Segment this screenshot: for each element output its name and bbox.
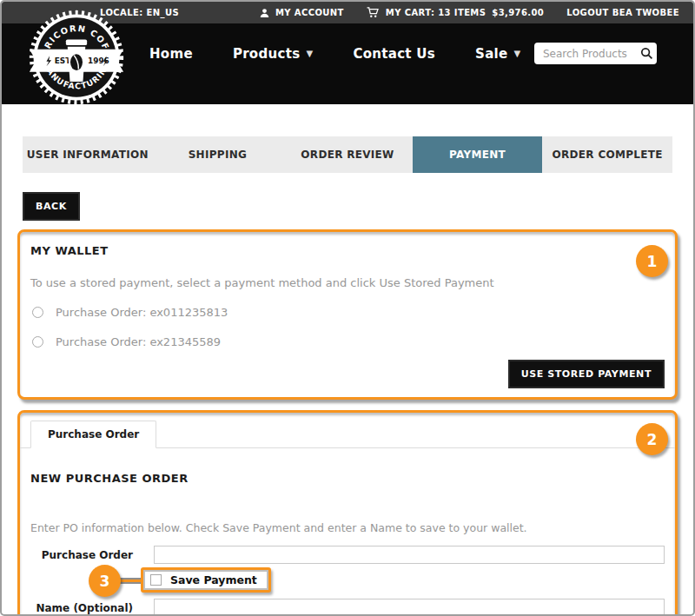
nav-label: Sale xyxy=(475,46,507,62)
search-icon[interactable] xyxy=(636,47,657,60)
nav-item-home[interactable]: Home xyxy=(149,46,193,62)
name-label: Name (Optional) xyxy=(30,602,133,614)
purchase-order-label: Purchase Order xyxy=(30,549,133,561)
save-payment-checkbox[interactable] xyxy=(150,574,162,586)
name-row: Name (Optional) xyxy=(30,599,665,616)
payment-method-tabs: Purchase Order xyxy=(20,413,675,448)
chevron-down-icon: ▼ xyxy=(514,49,521,58)
search-input[interactable] xyxy=(534,48,636,60)
my-account-label: MY ACCOUNT xyxy=(275,8,344,17)
main-navbar: CAPRICORN COFFEE MANUFACTURING EST. 1996… xyxy=(2,23,693,104)
my-cart-link[interactable]: MY CART: 13 ITEMS $3,976.00 xyxy=(367,7,544,18)
radio-button-icon[interactable] xyxy=(32,336,43,348)
my-wallet-panel: 1 MY WALLET To use a stored payment, sel… xyxy=(17,229,678,400)
tab-purchase-order[interactable]: Purchase Order xyxy=(30,421,156,448)
wallet-instruction: To use a stored payment, select a paymen… xyxy=(30,276,665,289)
callout-badge-1: 1 xyxy=(636,245,668,277)
step-order-complete[interactable]: ORDER COMPLETE xyxy=(542,136,672,173)
stored-payment-option-1[interactable]: Purchase Order: ex011235813 xyxy=(32,306,665,319)
checkout-page: USER INFORMATION SHIPPING ORDER REVIEW P… xyxy=(2,136,693,616)
stored-payment-option-label: Purchase Order: ex011235813 xyxy=(56,306,228,319)
cart-total: $3,976.00 xyxy=(492,8,544,17)
po-instruction: Enter PO information below. Check Save P… xyxy=(30,521,665,534)
cup-lid xyxy=(66,39,87,45)
purchase-order-panel: 2 Purchase Order NEW PURCHASE ORDER Ente… xyxy=(17,410,678,616)
radio-button-icon[interactable] xyxy=(32,307,43,318)
save-payment-row: 3 Save Payment xyxy=(30,567,665,597)
my-cart-label: MY CART: 13 ITEMS xyxy=(386,8,486,17)
nav-item-contact-us[interactable]: Contact Us xyxy=(353,46,435,62)
search-box xyxy=(534,43,657,64)
step-user-information[interactable]: USER INFORMATION xyxy=(23,136,153,173)
logout-label: LOGOUT BEA TWOBEE xyxy=(566,8,679,17)
coffee-bean xyxy=(70,54,83,70)
callout-badge-2: 2 xyxy=(636,423,668,455)
stored-payment-option-label: Purchase Order: ex21345589 xyxy=(56,335,221,348)
utility-bar-right: MY ACCOUNT MY CART: 13 ITEMS $3,976.00 L… xyxy=(260,7,679,18)
purchase-order-input[interactable] xyxy=(154,546,665,564)
chevron-down-icon: ▼ xyxy=(306,49,313,58)
nav-label: Home xyxy=(149,46,193,62)
purchase-order-row: Purchase Order xyxy=(30,546,665,564)
nav-item-sale[interactable]: Sale ▼ xyxy=(475,46,520,62)
nav-label: Products xyxy=(233,46,301,62)
wallet-title: MY WALLET xyxy=(30,244,665,257)
step-payment[interactable]: PAYMENT xyxy=(413,136,543,173)
checkout-steps: USER INFORMATION SHIPPING ORDER REVIEW P… xyxy=(23,136,672,173)
save-payment-label: Save Payment xyxy=(170,573,257,586)
browser-viewport: LOCALE: EN_US MY ACCOUNT MY CART: 13 ITE… xyxy=(0,0,695,616)
cart-icon xyxy=(367,7,380,18)
logout-link[interactable]: LOGOUT BEA TWOBEE xyxy=(566,8,679,17)
nav-item-products[interactable]: Products ▼ xyxy=(233,46,314,62)
new-purchase-order-title: NEW PURCHASE ORDER xyxy=(30,472,665,485)
name-input[interactable] xyxy=(154,599,665,616)
back-button[interactable]: BACK xyxy=(23,192,80,221)
step-order-review[interactable]: ORDER REVIEW xyxy=(282,136,413,173)
use-stored-payment-button[interactable]: USE STORED PAYMENT xyxy=(508,360,665,388)
my-account-link[interactable]: MY ACCOUNT xyxy=(260,8,344,18)
save-payment-checkbox-group[interactable]: Save Payment xyxy=(141,567,271,593)
nav-links: Home Products ▼ Contact Us Sale ▼ xyxy=(149,46,521,62)
step-shipping[interactable]: SHIPPING xyxy=(153,136,283,173)
brand-logo[interactable]: CAPRICORN COFFEE MANUFACTURING EST. 1996 xyxy=(28,9,125,106)
callout-badge-3: 3 xyxy=(89,565,121,597)
user-icon xyxy=(260,8,269,18)
nav-label: Contact Us xyxy=(353,46,435,62)
stored-payment-option-2[interactable]: Purchase Order: ex21345589 xyxy=(32,335,665,348)
